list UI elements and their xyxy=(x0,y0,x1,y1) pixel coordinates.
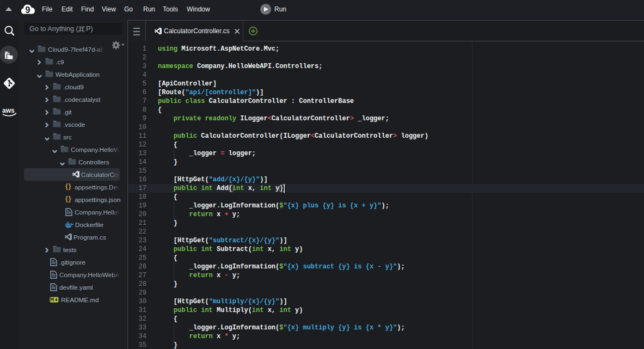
svg-text:9: 9 xyxy=(26,5,30,15)
svg-text:aws: aws xyxy=(2,107,15,114)
